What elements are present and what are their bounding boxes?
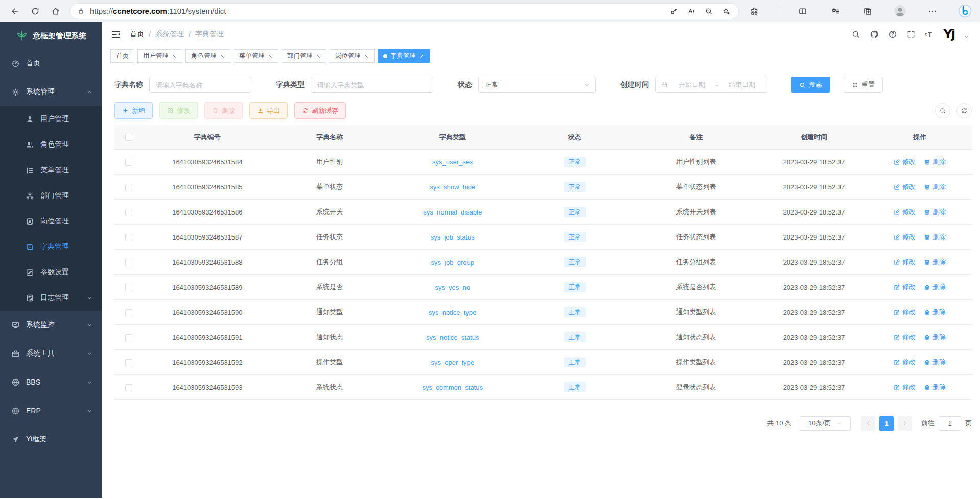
row-checkbox[interactable] xyxy=(125,309,132,316)
favorite-add-icon[interactable] xyxy=(719,4,733,18)
dict-type-link[interactable]: sys_yes_no xyxy=(435,283,470,291)
delete-button[interactable]: 删除 xyxy=(204,102,243,119)
sidebar-item-tool[interactable]: 系统工具 xyxy=(0,339,102,368)
row-edit-button[interactable]: 修改 xyxy=(894,358,916,367)
row-delete-button[interactable]: 删除 xyxy=(924,282,946,292)
sidebar-item-role[interactable]: 角色管理 xyxy=(0,132,102,157)
show-search-button[interactable] xyxy=(935,103,950,118)
row-edit-button[interactable]: 修改 xyxy=(894,182,916,192)
refresh-cache-button[interactable]: 刷新缓存 xyxy=(294,102,346,119)
row-edit-button[interactable]: 修改 xyxy=(894,257,916,267)
sidebar-item-home[interactable]: 首页 xyxy=(0,49,102,78)
sidebar-item-menu[interactable]: 菜单管理 xyxy=(0,157,102,183)
search-button[interactable]: 搜索 xyxy=(791,77,830,93)
sidebar-item-yi[interactable]: Yi框架 xyxy=(0,425,102,454)
sidebar-item-user[interactable]: 用户管理 xyxy=(0,106,102,132)
dict-type-link[interactable]: sys_job_group xyxy=(431,258,474,266)
row-edit-button[interactable]: 修改 xyxy=(894,307,916,317)
sidebar-item-monitor[interactable]: 系统监控 xyxy=(0,311,102,339)
row-delete-button[interactable]: 删除 xyxy=(924,157,946,167)
page-number-button[interactable]: 1 xyxy=(879,416,894,431)
sidebar-item-bbs[interactable]: BBS xyxy=(0,368,102,396)
status-select[interactable]: 正常 xyxy=(478,77,596,93)
edit-button[interactable]: 修改 xyxy=(159,102,198,119)
close-icon[interactable] xyxy=(172,54,177,59)
select-all-checkbox[interactable] xyxy=(125,134,132,141)
tab-dept[interactable]: 部门管理 xyxy=(282,49,326,63)
search-icon[interactable] xyxy=(851,30,860,39)
tab-role[interactable]: 角色管理 xyxy=(185,49,230,63)
sidebar-item-post[interactable]: 岗位管理 xyxy=(0,208,102,234)
sidebar-item-log[interactable]: 日志管理 xyxy=(0,285,102,311)
collections-icon[interactable] xyxy=(859,3,876,20)
key-icon[interactable] xyxy=(667,4,681,18)
close-icon[interactable] xyxy=(316,54,321,59)
dict-type-link[interactable]: sys_job_status xyxy=(431,233,475,241)
row-edit-button[interactable]: 修改 xyxy=(894,232,916,242)
copilot-icon[interactable] xyxy=(956,3,974,20)
prev-page-button[interactable] xyxy=(861,416,875,431)
close-icon[interactable] xyxy=(364,54,369,59)
sidebar-item-dict[interactable]: 字典管理 xyxy=(0,234,102,259)
next-page-button[interactable] xyxy=(898,416,912,431)
tab-post[interactable]: 岗位管理 xyxy=(330,49,375,63)
sidebar-item-system[interactable]: 系统管理 xyxy=(0,78,102,106)
close-icon[interactable] xyxy=(419,54,424,59)
dict-type-link[interactable]: sys_normal_disable xyxy=(423,208,482,216)
row-edit-button[interactable]: 修改 xyxy=(894,157,916,167)
close-icon[interactable] xyxy=(220,54,225,59)
row-edit-button[interactable]: 修改 xyxy=(894,332,916,342)
dict-type-link[interactable]: sys_notice_type xyxy=(429,308,476,316)
zoom-out-icon[interactable] xyxy=(702,4,716,18)
read-aloud-icon[interactable] xyxy=(684,4,698,18)
tab-home[interactable]: 首页 xyxy=(110,49,134,63)
chevron-down-icon[interactable] xyxy=(964,34,970,40)
dict-type-link[interactable]: sys_oper_type xyxy=(431,359,474,366)
row-checkbox[interactable] xyxy=(125,184,132,191)
tab-menu[interactable]: 菜单管理 xyxy=(234,49,278,63)
row-checkbox[interactable] xyxy=(125,259,132,266)
close-icon[interactable] xyxy=(268,54,273,59)
user-logo[interactable]: Yj xyxy=(943,28,954,40)
dict-name-input[interactable] xyxy=(149,77,251,93)
font-size-icon[interactable]: tT xyxy=(925,30,934,39)
row-delete-button[interactable]: 删除 xyxy=(924,207,946,217)
row-checkbox[interactable] xyxy=(125,209,132,216)
tab-user[interactable]: 用户管理 xyxy=(137,49,182,63)
back-icon[interactable] xyxy=(6,3,24,20)
row-delete-button[interactable]: 删除 xyxy=(924,307,946,317)
tab-dict[interactable]: 字典管理 xyxy=(378,49,430,63)
fullscreen-icon[interactable] xyxy=(906,30,916,39)
refresh-icon[interactable] xyxy=(27,3,44,20)
add-button[interactable]: 新增 xyxy=(114,102,153,119)
sidebar-item-dept[interactable]: 部门管理 xyxy=(0,183,102,208)
row-checkbox[interactable] xyxy=(125,384,132,391)
help-icon[interactable] xyxy=(888,30,897,39)
github-icon[interactable] xyxy=(870,30,879,39)
row-checkbox[interactable] xyxy=(125,284,132,291)
home-icon[interactable] xyxy=(47,3,64,20)
row-delete-button[interactable]: 删除 xyxy=(924,332,946,342)
row-edit-button[interactable]: 修改 xyxy=(894,383,916,392)
row-edit-button[interactable]: 修改 xyxy=(894,207,916,217)
page-size-select[interactable]: 10条/页 xyxy=(800,416,851,431)
extensions-icon[interactable] xyxy=(746,3,763,20)
date-range-picker[interactable]: 开始日期 - 结束日期 xyxy=(655,77,767,93)
dict-type-link[interactable]: sys_show_hide xyxy=(430,183,475,191)
refresh-table-button[interactable] xyxy=(956,103,972,118)
row-delete-button[interactable]: 删除 xyxy=(924,257,946,267)
dict-type-link[interactable]: sys_user_sex xyxy=(432,158,473,166)
row-checkbox[interactable] xyxy=(125,159,132,166)
row-edit-button[interactable]: 修改 xyxy=(894,282,916,292)
row-checkbox[interactable] xyxy=(125,234,132,241)
row-delete-button[interactable]: 删除 xyxy=(924,232,946,242)
export-button[interactable]: 导出 xyxy=(249,102,288,119)
sidebar-item-param[interactable]: 参数设置 xyxy=(0,259,102,285)
fold-menu-icon[interactable] xyxy=(110,29,122,40)
more-icon[interactable] xyxy=(924,3,941,20)
split-screen-icon[interactable] xyxy=(794,3,811,20)
goto-page-input[interactable] xyxy=(939,416,961,431)
row-delete-button[interactable]: 删除 xyxy=(924,182,946,192)
breadcrumb-item[interactable]: 首页 xyxy=(130,30,144,39)
profile-icon[interactable] xyxy=(892,3,909,20)
